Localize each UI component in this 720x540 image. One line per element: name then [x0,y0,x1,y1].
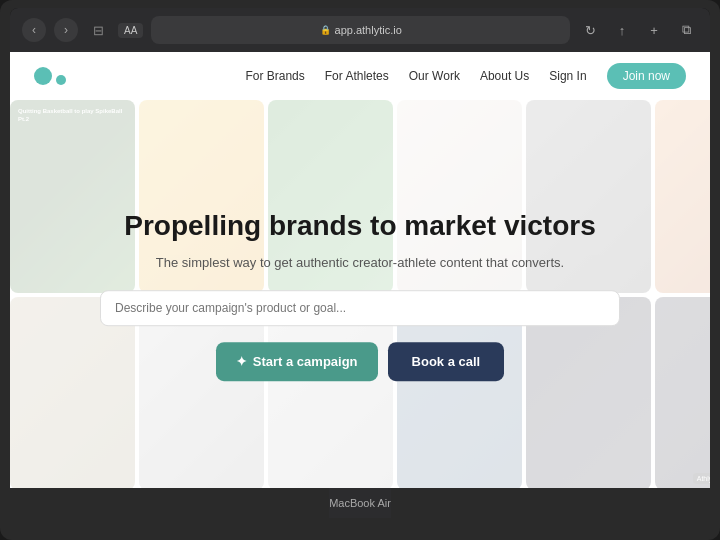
new-tab-button[interactable]: + [642,18,666,42]
tabs-button[interactable]: ⧉ [674,18,698,42]
signin-button[interactable]: Sign In [549,69,586,83]
hero-content-block: Propelling brands to market victors The … [100,209,620,381]
hero-subtitle: The simplest way to get authentic creato… [100,255,620,270]
logo [34,67,66,85]
nav-for-brands[interactable]: For Brands [245,69,304,83]
campaign-icon: ✦ [236,354,247,369]
logo-dot-small [56,75,66,85]
forward-button[interactable]: › [54,18,78,42]
screen-bezel: ‹ › ⊟ AA 🔒 app.athlytic.io ↻ ↑ + [10,8,710,488]
website-content: For Brands For Athletes Our Work About U… [10,52,710,488]
back-button[interactable]: ‹ [22,18,46,42]
reload-button[interactable]: ↻ [578,18,602,42]
nav-links: For Brands For Athletes Our Work About U… [245,63,686,89]
share-button[interactable]: ↑ [610,18,634,42]
nav-for-athletes[interactable]: For Athletes [325,69,389,83]
start-campaign-label: Start a campaign [253,354,358,369]
browser-chrome: ‹ › ⊟ AA 🔒 app.athlytic.io ↻ ↑ + [10,8,710,52]
navbar: For Brands For Athletes Our Work About U… [10,52,710,100]
nav-our-work[interactable]: Our Work [409,69,460,83]
lock-icon: 🔒 [320,25,331,35]
aa-button[interactable]: AA [118,23,143,38]
join-button[interactable]: Join now [607,63,686,89]
start-campaign-button[interactable]: ✦ Start a campaign [216,342,378,381]
url-text: app.athlytic.io [335,24,402,36]
device-name: MacBook Air [329,497,391,509]
laptop-frame: ‹ › ⊟ AA 🔒 app.athlytic.io ↻ ↑ + [0,0,720,540]
book-call-button[interactable]: Book a call [388,342,505,381]
address-bar[interactable]: 🔒 app.athlytic.io [151,16,570,44]
hero-title: Propelling brands to market victors [100,209,620,243]
nav-about-us[interactable]: About Us [480,69,529,83]
logo-dot-large [34,67,52,85]
laptop-bottom-bar: MacBook Air [329,488,391,518]
hero-buttons: ✦ Start a campaign Book a call [100,342,620,381]
reader-button[interactable]: ⊟ [86,18,110,42]
campaign-input[interactable] [100,290,620,326]
hero-section: Quitting Basketball to play SpikeBall Pt… [10,100,710,488]
